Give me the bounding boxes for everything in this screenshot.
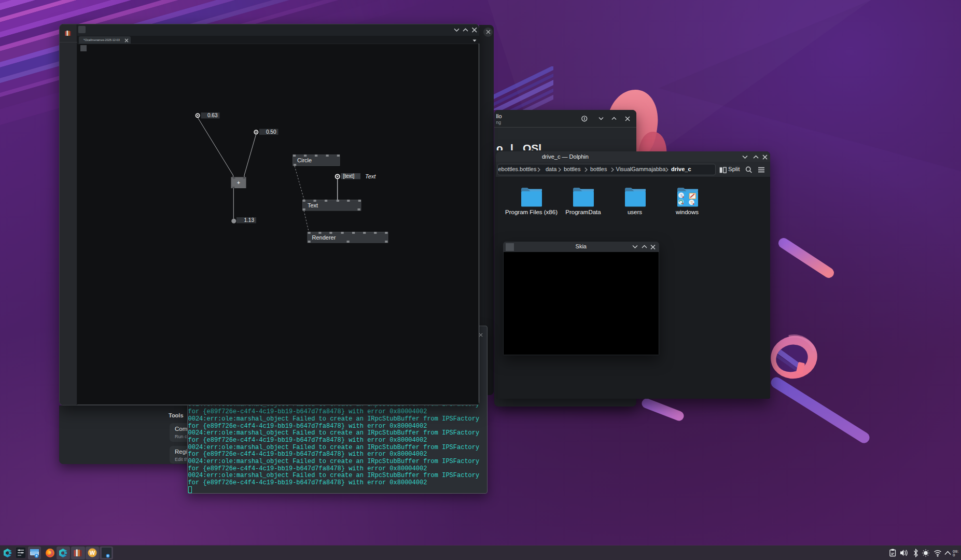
svg-text:?: ? [690,200,693,205]
svg-text:Circle: Circle [297,157,312,163]
svg-text:W: W [90,550,95,556]
svg-text:+: + [236,179,240,186]
svg-text:Renderer: Renderer [312,234,336,241]
svg-text:1.13: 1.13 [244,217,254,223]
svg-text:?: ? [680,193,683,198]
svg-text:0.50: 0.50 [266,129,276,134]
svg-text:[text]: [text] [343,173,354,179]
svg-text:Text: Text [365,173,376,179]
svg-text:Text: Text [308,202,318,208]
svg-text:0.63: 0.63 [207,113,218,118]
